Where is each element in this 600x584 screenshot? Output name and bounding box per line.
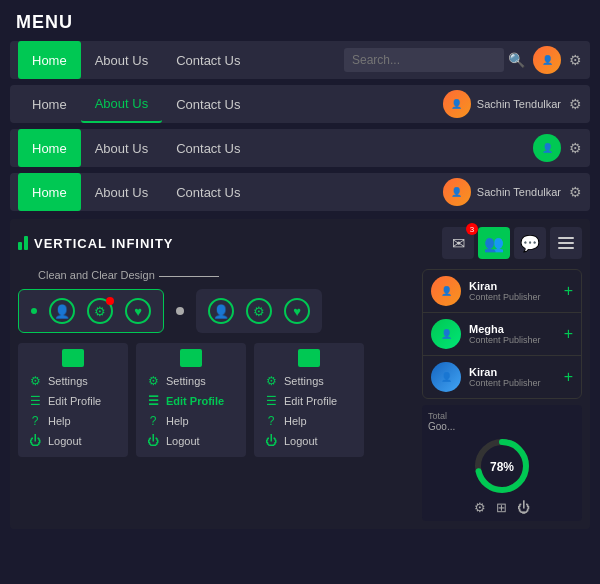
mail-icon-btn[interactable]: ✉ 3 — [442, 227, 474, 259]
logout-icon-2: ⏻ — [146, 434, 160, 448]
dd3-help[interactable]: ? Help — [254, 411, 364, 431]
username-4: Sachin Tendulkar — [477, 186, 561, 198]
profile-info-1: Kiran Content Publisher — [469, 280, 556, 302]
hamburger-icon-dd3 — [301, 352, 317, 364]
svg-text:78%: 78% — [490, 460, 514, 474]
dd1-help[interactable]: ? Help — [18, 411, 128, 431]
vi-right-panel: 👤 Kiran Content Publisher + 👤 Megha Cont… — [422, 269, 582, 521]
help-icon-3: ? — [264, 414, 278, 428]
gear-icon-lg-2[interactable]: ⚙ — [246, 298, 272, 324]
dd2-logout[interactable]: ⏻ Logout — [136, 431, 246, 451]
page-title: MENU — [0, 0, 600, 41]
dropdown-header-1 — [62, 349, 84, 367]
profile-item-1[interactable]: 👤 Kiran Content Publisher + — [423, 270, 581, 313]
profile-info-2: Megha Content Publisher — [469, 323, 556, 345]
logout-icon: ⏻ — [28, 434, 42, 448]
nav-about-4[interactable]: About Us — [81, 173, 162, 211]
nav-contact-2[interactable]: Contact Us — [162, 85, 254, 123]
gear-icon-1[interactable]: ⚙ — [569, 52, 582, 68]
navbars-section: Home About Us Contact Us 🔍 👤 ⚙ Home Abou… — [0, 41, 600, 211]
icon-groups: 👤 ⚙ ♥ 👤 ⚙ ♥ — [18, 289, 414, 333]
nav-home-3[interactable]: Home — [18, 129, 81, 167]
dd1-settings[interactable]: ⚙ Settings — [18, 371, 128, 391]
navbar-4: Home About Us Contact Us 👤 Sachin Tendul… — [10, 173, 590, 211]
dropdowns-row: ⚙ Settings ☰ Edit Profile ? Help ⏻ Logou… — [18, 343, 414, 457]
progress-text: Goo... — [428, 421, 455, 432]
power-bottom-icon[interactable]: ⏻ — [517, 500, 530, 515]
progress-bottom-icons: ⚙ ⊞ ⏻ — [474, 500, 530, 515]
settings-bottom-icon[interactable]: ⚙ — [474, 500, 486, 515]
dd3-edit-profile[interactable]: ☰ Edit Profile — [254, 391, 364, 411]
profile-name-3: Kiran — [469, 366, 556, 378]
icon-group-1: 👤 ⚙ ♥ — [18, 289, 164, 333]
dd1-edit-profile[interactable]: ☰ Edit Profile — [18, 391, 128, 411]
vi-bars-icon — [18, 236, 28, 250]
nav-contact-4[interactable]: Contact Us — [162, 173, 254, 211]
nav-home-1[interactable]: Home — [18, 41, 81, 79]
gear-icon-lg-1[interactable]: ⚙ — [87, 298, 113, 324]
profile-avatar-3: 👤 — [431, 362, 461, 392]
search-input-1[interactable] — [344, 48, 504, 72]
separator-dot — [176, 307, 184, 315]
search-icon: 🔍 — [508, 52, 525, 68]
hamburger-icon — [558, 237, 574, 249]
vi-logo: VERTICAL INFINITY — [18, 236, 442, 251]
dropdown-header-2 — [180, 349, 202, 367]
dd3-settings[interactable]: ⚙ Settings — [254, 371, 364, 391]
gear-icon-4[interactable]: ⚙ — [569, 184, 582, 200]
profile-sub-2: Content Publisher — [469, 335, 556, 345]
avatar-1: 👤 — [533, 46, 561, 74]
nav-about-3[interactable]: About Us — [81, 129, 162, 167]
profile-add-2[interactable]: + — [564, 325, 573, 343]
users-icon-btn[interactable]: 👥 — [478, 227, 510, 259]
heart-icon-1[interactable]: ♥ — [125, 298, 151, 324]
nav-about-2[interactable]: About Us — [81, 85, 162, 123]
dd1-logout[interactable]: ⏻ Logout — [18, 431, 128, 451]
circular-progress: 78% — [472, 436, 532, 496]
vi-left-panel: Clean and Clear Design 👤 ⚙ ♥ 👤 ⚙ — [18, 269, 414, 521]
profile-avatar-2: 👤 — [431, 319, 461, 349]
nav-about-1[interactable]: About Us — [81, 41, 162, 79]
avatar-3: 👤 — [533, 134, 561, 162]
dropdown-menu-2: ⚙ Settings ☰ Edit Profile ? Help ⏻ Logou… — [136, 343, 246, 457]
table-bottom-icon[interactable]: ⊞ — [496, 500, 507, 515]
nav-contact-1[interactable]: Contact Us — [162, 41, 254, 79]
gear-icon-2[interactable]: ⚙ — [569, 96, 582, 112]
profile-name-2: Megha — [469, 323, 556, 335]
vi-content: Clean and Clear Design 👤 ⚙ ♥ 👤 ⚙ — [18, 269, 582, 521]
profile-name-1: Kiran — [469, 280, 556, 292]
edit-icon: ☰ — [28, 394, 42, 408]
user-icon-2[interactable]: 👤 — [208, 298, 234, 324]
dd2-settings[interactable]: ⚙ Settings — [136, 371, 246, 391]
nav-home-2[interactable]: Home — [18, 85, 81, 123]
profile-add-1[interactable]: + — [564, 282, 573, 300]
user-icon-1[interactable]: 👤 — [49, 298, 75, 324]
username-2: Sachin Tendulkar — [477, 98, 561, 110]
chat-icon-btn[interactable]: 💬 — [514, 227, 546, 259]
avatar-2: 👤 — [443, 90, 471, 118]
dd2-help[interactable]: ? Help — [136, 411, 246, 431]
gear-icon-3[interactable]: ⚙ — [569, 140, 582, 156]
heart-icon-2[interactable]: ♥ — [284, 298, 310, 324]
profile-info-3: Kiran Content Publisher — [469, 366, 556, 388]
dd3-logout[interactable]: ⏻ Logout — [254, 431, 364, 451]
help-icon-2: ? — [146, 414, 160, 428]
profile-item-3[interactable]: 👤 Kiran Content Publisher + — [423, 356, 581, 398]
edit-icon-3: ☰ — [264, 394, 278, 408]
profile-item-2[interactable]: 👤 Megha Content Publisher + — [423, 313, 581, 356]
progress-area: Total Goo... 78% ⚙ ⊞ ⏻ — [422, 405, 582, 521]
nav-home-4[interactable]: Home — [18, 173, 81, 211]
dd2-edit-profile[interactable]: ☰ Edit Profile — [136, 391, 246, 411]
settings-icon: ⚙ — [28, 374, 42, 388]
profile-add-3[interactable]: + — [564, 368, 573, 386]
vi-annotation: Clean and Clear Design — [38, 269, 414, 281]
nav-contact-3[interactable]: Contact Us — [162, 129, 254, 167]
progress-label: Total — [428, 411, 447, 421]
profile-sub-1: Content Publisher — [469, 292, 556, 302]
avatar-4: 👤 — [443, 178, 471, 206]
vertical-infinity-section: VERTICAL INFINITY ✉ 3 👥 💬 Clean and C — [10, 219, 590, 529]
mail-badge: 3 — [466, 223, 478, 235]
profile-dropdown: 👤 Kiran Content Publisher + 👤 Megha Cont… — [422, 269, 582, 399]
vi-header: VERTICAL INFINITY ✉ 3 👥 💬 — [18, 227, 582, 259]
menu-icon-btn[interactable] — [550, 227, 582, 259]
